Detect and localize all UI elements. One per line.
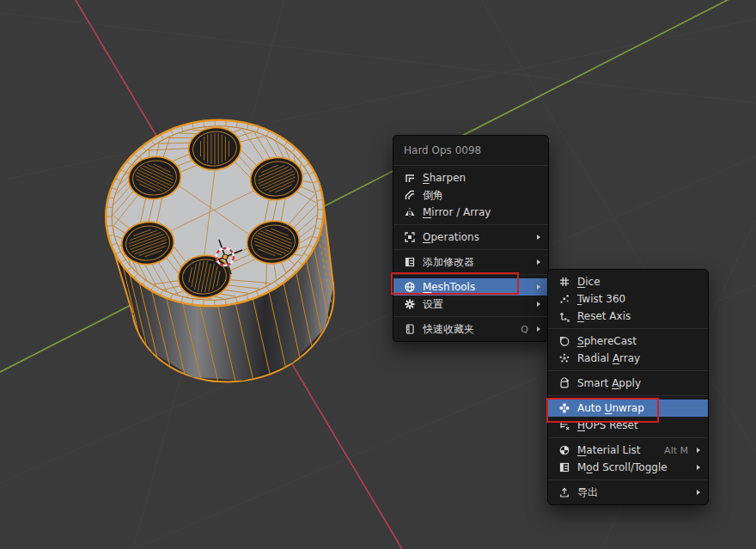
menu-item-add-modifier[interactable]: 添加修改器	[393, 253, 548, 271]
menu-separator	[393, 316, 548, 317]
sharpen-icon	[403, 172, 416, 184]
menu-item-label: Mod Scroll/Toggle	[577, 461, 688, 473]
shortcut-label: Q	[521, 324, 528, 335]
menu-separator	[393, 249, 548, 250]
auto-unwrap-icon	[558, 402, 570, 414]
menu-item-label: Radial Array	[577, 352, 700, 364]
menu-item-label: Operations	[423, 231, 528, 243]
meshtools-icon	[403, 281, 416, 293]
export-icon	[558, 486, 570, 498]
submenu-arrow-icon	[537, 284, 540, 290]
submenu-arrow-icon	[697, 465, 700, 470]
submenu-arrow-icon	[537, 326, 540, 332]
menu-item-label: 导出	[577, 485, 688, 500]
gear-icon	[403, 298, 416, 310]
menu-item-bevel[interactable]: 倒角	[393, 186, 548, 204]
menu-item-label: Mirror / Array	[423, 206, 540, 218]
submenu-arrow-icon	[537, 302, 540, 307]
menu-item-material-list[interactable]: Material List Alt M	[548, 442, 708, 459]
submenu-arrow-icon	[697, 448, 700, 453]
menu-item-sharpen[interactable]: Sharpen	[393, 169, 548, 186]
menu-separator	[548, 395, 708, 396]
dice-icon	[558, 276, 570, 288]
menu-item-smart-apply[interactable]: Smart Apply	[548, 375, 708, 392]
menu-separator	[548, 328, 708, 329]
menu-item-label: Sharpen	[423, 172, 540, 184]
menu-item-mod-scroll-toggle[interactable]: Mod Scroll/Toggle	[548, 459, 708, 476]
menu-item-label: 添加修改器	[423, 255, 528, 270]
menu-title: Hard Ops 0098	[393, 139, 548, 162]
reset-axis-icon	[558, 310, 570, 322]
twist-360-icon	[558, 293, 570, 305]
bevel-icon	[403, 189, 416, 201]
menu-item-label: 倒角	[423, 188, 540, 203]
menu-item-twist-360[interactable]: Twist 360	[548, 290, 708, 308]
menu-item-label: Auto Unwrap	[577, 402, 700, 414]
menu-item-radial-array[interactable]: Radial Array	[548, 350, 708, 367]
hops-reset-icon	[558, 419, 570, 431]
spherecast-icon	[558, 335, 570, 347]
operations-icon	[403, 231, 416, 243]
smart-apply-icon	[558, 377, 570, 389]
menu-item-label: HOPS Reset	[577, 419, 700, 431]
menu-item-quick-favorites[interactable]: 快速收藏夹 Q	[393, 320, 548, 338]
menu-separator	[548, 437, 708, 438]
quick-favorites-icon	[403, 323, 416, 335]
menu-item-label: SphereCast	[577, 335, 700, 347]
menu-item-label: 快速收藏夹	[423, 322, 514, 337]
menu-item-hops-reset[interactable]: HOPS Reset	[548, 417, 708, 434]
submenu-arrow-icon	[697, 490, 700, 495]
blender-3d-viewport[interactable]: Hard Ops 0098 Sharpen 倒角 Mirror / Array …	[0, 0, 756, 549]
submenu-arrow-icon	[537, 259, 540, 265]
meshtools-submenu: Dice Twist 360 Reset Axis SphereCast Rad…	[547, 269, 709, 505]
menu-item-spherecast[interactable]: SphereCast	[548, 332, 708, 350]
menu-item-reset-axis[interactable]: Reset Axis	[548, 308, 708, 325]
menu-item-meshtools[interactable]: MeshTools	[393, 278, 548, 296]
modifier-icon	[403, 256, 416, 268]
menu-item-auto-unwrap[interactable]: Auto Unwrap	[548, 400, 708, 417]
mirror-array-icon	[403, 206, 416, 218]
menu-item-label: Dice	[577, 276, 700, 288]
menu-separator	[393, 224, 548, 225]
menu-separator	[393, 274, 548, 275]
shortcut-label: Alt M	[664, 445, 688, 456]
menu-item-label: MeshTools	[423, 281, 528, 293]
menu-separator	[548, 479, 708, 480]
material-list-icon	[558, 444, 570, 456]
menu-item-operations[interactable]: Operations	[393, 229, 548, 246]
menu-item-dice[interactable]: Dice	[548, 273, 708, 290]
menu-separator	[393, 165, 548, 166]
menu-item-label: Twist 360	[577, 293, 700, 305]
hardops-menu: Hard Ops 0098 Sharpen 倒角 Mirror / Array …	[393, 135, 549, 342]
mod-scroll-icon	[558, 461, 570, 473]
menu-item-export[interactable]: 导出	[548, 484, 708, 501]
radial-array-icon	[558, 352, 570, 364]
menu-item-label: Reset Axis	[577, 310, 700, 322]
menu-item-label: Smart Apply	[577, 377, 700, 389]
menu-item-mirror-array[interactable]: Mirror / Array	[393, 204, 548, 221]
menu-item-settings[interactable]: 设置	[393, 296, 548, 313]
menu-item-label: 设置	[423, 297, 528, 312]
menu-item-label: Material List	[577, 444, 657, 456]
submenu-arrow-icon	[537, 235, 540, 240]
menu-separator	[548, 370, 708, 371]
